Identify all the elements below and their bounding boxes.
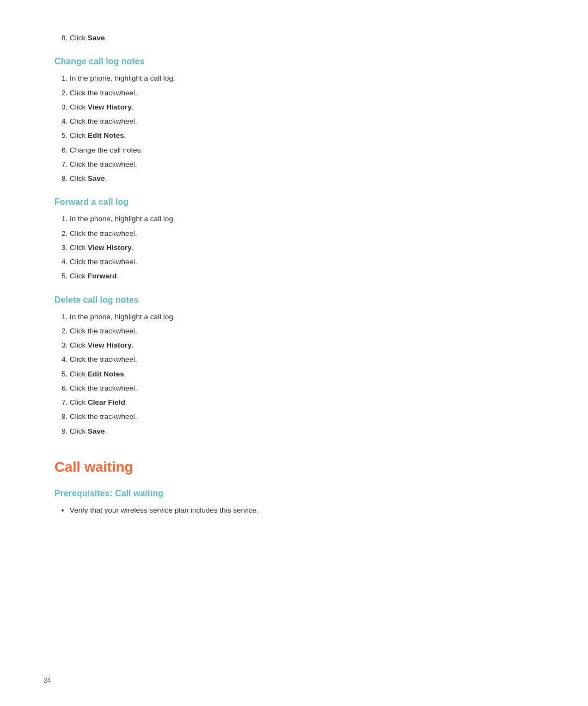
list-item: Click Edit Notes. bbox=[70, 130, 544, 141]
section-heading-delete-call-log-notes: Delete call log notes bbox=[54, 295, 544, 305]
list-item: In the phone, highlight a call log. bbox=[70, 73, 544, 84]
major-section-call-waiting: Call waiting Prerequisites: Call waiting… bbox=[54, 459, 544, 516]
subsection-heading-prerequisites: Prerequisites: Call waiting bbox=[54, 489, 544, 498]
bold-text: Edit Notes bbox=[88, 131, 124, 139]
bold-text: Save bbox=[88, 174, 105, 182]
major-heading-call-waiting: Call waiting bbox=[54, 459, 544, 476]
list-item: Click View History. bbox=[70, 242, 544, 253]
list-item: Click Edit Notes. bbox=[70, 369, 544, 380]
section-forward-call-log: Forward a call log In the phone, highlig… bbox=[54, 197, 544, 282]
list-item: Click View History. bbox=[70, 102, 544, 113]
section-heading-forward-call-log: Forward a call log bbox=[54, 197, 544, 207]
section-delete-call-log-notes: Delete call log notes In the phone, high… bbox=[54, 295, 544, 437]
list-item: Click the trackwheel. bbox=[70, 383, 544, 394]
list-item: Click the trackwheel. bbox=[70, 354, 544, 365]
list-item: Click the trackwheel. bbox=[70, 228, 544, 239]
forward-call-log-list: In the phone, highlight a call log. Clic… bbox=[70, 214, 544, 282]
intro-step8: Click Save. bbox=[54, 33, 544, 44]
bold-text: Edit Notes bbox=[88, 370, 124, 378]
list-item: Click the trackwheel. bbox=[70, 411, 544, 422]
list-item: Click Save. bbox=[70, 426, 544, 437]
bold-text: View History bbox=[88, 244, 132, 252]
list-item: Change the call notes. bbox=[70, 145, 544, 156]
list-item: Click Forward. bbox=[70, 271, 544, 282]
bold-text: Save bbox=[88, 427, 105, 435]
list-item: Click the trackwheel. bbox=[70, 257, 544, 267]
list-item: Verify that your wireless service plan i… bbox=[70, 505, 544, 516]
bold-text: Forward bbox=[88, 272, 117, 280]
subsection-prerequisites-call-waiting: Prerequisites: Call waiting Verify that … bbox=[54, 489, 544, 516]
list-item: In the phone, highlight a call log. bbox=[70, 214, 544, 224]
section-heading-change-call-log-notes: Change call log notes bbox=[54, 57, 544, 66]
change-call-log-notes-list: In the phone, highlight a call log. Clic… bbox=[70, 73, 544, 184]
delete-call-log-notes-list: In the phone, highlight a call log. Clic… bbox=[70, 312, 544, 437]
bold-text: Clear Field bbox=[88, 398, 125, 406]
bold-text: View History bbox=[88, 341, 132, 349]
intro-step8-item: Click Save. bbox=[70, 33, 544, 44]
list-item: Click View History. bbox=[70, 340, 544, 351]
list-item: Click Save. bbox=[70, 173, 544, 184]
list-item: Click the trackwheel. bbox=[70, 326, 544, 337]
list-item: In the phone, highlight a call log. bbox=[70, 312, 544, 322]
list-item: Click Clear Field. bbox=[70, 397, 544, 408]
bold-text: View History bbox=[88, 103, 132, 111]
list-item: Click the trackwheel. bbox=[70, 88, 544, 99]
section-change-call-log-notes: Change call log notes In the phone, high… bbox=[54, 57, 544, 184]
list-item: Click the trackwheel. bbox=[70, 159, 544, 170]
page-number: 24 bbox=[44, 677, 51, 684]
list-item: Click the trackwheel. bbox=[70, 116, 544, 127]
intro-step8-bold: Save bbox=[88, 34, 105, 42]
prerequisites-list: Verify that your wireless service plan i… bbox=[70, 505, 544, 516]
